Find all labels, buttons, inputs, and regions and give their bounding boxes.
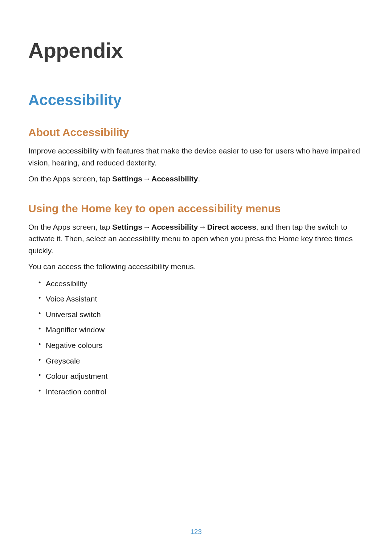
section-title: Accessibility xyxy=(28,91,364,109)
bold-text: Settings xyxy=(112,175,142,183)
list-item: Accessibility xyxy=(38,278,364,290)
body-paragraph: Improve accessibility with features that… xyxy=(28,145,364,169)
list-item: Universal switch xyxy=(38,309,364,321)
list-item: Negative colours xyxy=(38,340,364,352)
list-item: Voice Assistant xyxy=(38,293,364,305)
subsection-title: About Accessibility xyxy=(28,126,364,139)
list-item: Colour adjustment xyxy=(38,370,364,382)
page-number: 123 xyxy=(0,528,392,536)
arrow-icon: → xyxy=(143,173,151,185)
subsection-home-key: Using the Home key to open accessibility… xyxy=(28,202,364,398)
bold-text: Accessibility xyxy=(151,175,198,183)
bold-text: Settings xyxy=(112,223,142,231)
arrow-icon: → xyxy=(143,221,151,233)
subsection-title: Using the Home key to open accessibility… xyxy=(28,202,364,215)
subsection-about-accessibility: About Accessibility Improve accessibilit… xyxy=(28,126,364,185)
arrow-icon: → xyxy=(199,221,206,233)
list-item: Greyscale xyxy=(38,355,364,367)
body-paragraph: On the Apps screen, tap Settings → Acces… xyxy=(28,221,364,257)
body-paragraph: On the Apps screen, tap Settings → Acces… xyxy=(28,173,364,185)
chapter-title: Appendix xyxy=(28,38,364,62)
accessibility-menu-list: Accessibility Voice Assistant Universal … xyxy=(28,278,364,398)
list-item: Interaction control xyxy=(38,386,364,398)
text-fragment: On the Apps screen, tap xyxy=(28,223,112,231)
text-fragment: . xyxy=(198,175,200,183)
list-item: Magnifier window xyxy=(38,324,364,336)
bold-text: Accessibility xyxy=(151,223,198,231)
text-fragment: On the Apps screen, tap xyxy=(28,175,112,183)
bold-text: Direct access xyxy=(207,223,256,231)
body-paragraph: You can access the following accessibili… xyxy=(28,261,364,273)
